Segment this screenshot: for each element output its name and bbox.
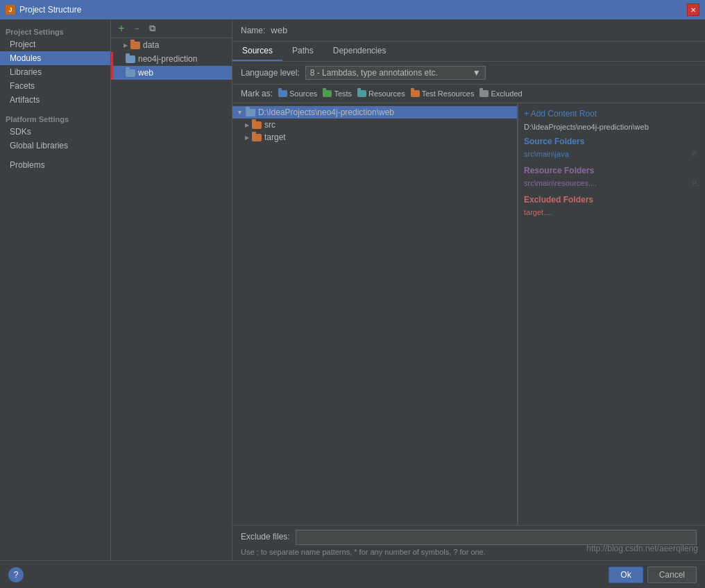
cancel-button[interactable]: Cancel xyxy=(647,567,697,583)
right-panel: Name: web Sources Paths Dependencies Lan… xyxy=(232,19,705,560)
name-label: Name: xyxy=(241,26,265,35)
mark-badge-excluded-label: Excluded xyxy=(491,89,522,98)
module-toolbar: + − ⧉ xyxy=(111,19,232,38)
content-root-path: D:\IdeaProjects\neo4j-prediction\web xyxy=(524,123,699,131)
mark-badge-excluded[interactable]: Excluded xyxy=(479,89,522,98)
tabs-bar: Sources Paths Dependencies xyxy=(232,42,705,62)
mark-badge-sources[interactable]: Sources xyxy=(278,89,317,98)
file-tree: ▼ D:\IdeaProjects\neo4j-prediction\web ▶… xyxy=(232,103,518,525)
root-path-label: D:\IdeaProjects\neo4j-prediction\web xyxy=(258,107,394,117)
watermark: http://blog.csdn.net/aeerqileng xyxy=(586,544,698,553)
language-level-select[interactable]: 8 - Lambdas, type annotations etc. ▼ xyxy=(305,66,486,80)
src-folder-icon xyxy=(252,121,262,129)
add-content-root-button[interactable]: + Add Content Root xyxy=(524,109,699,119)
expand-icon: ▶ xyxy=(124,42,128,49)
target-label: target xyxy=(264,132,286,142)
src-expand-icon: ▶ xyxy=(245,122,249,128)
exclude-files-section: Exclude files: Use ; to separate name pa… xyxy=(232,525,705,560)
dropdown-arrow-icon: ▼ xyxy=(473,68,481,78)
mark-as-bar: Mark as: Sources Tests Resources Test Re… xyxy=(232,85,705,103)
sidebar-item-modules[interactable]: Modules xyxy=(0,51,110,65)
sidebar-item-problems[interactable]: Problems xyxy=(0,158,110,172)
resource-folders-title: Resource Folders xyxy=(524,166,699,175)
source-folder-path: src\main\java xyxy=(524,150,569,158)
excluded-folder-row: target.... xyxy=(524,207,699,217)
action-buttons: Ok Cancel xyxy=(609,567,697,583)
root-collapse-icon: ▼ xyxy=(237,109,243,116)
language-level-label: Language level: xyxy=(241,68,300,78)
remove-module-button[interactable]: − xyxy=(130,22,143,35)
resource-folder-edit[interactable]: P.. xyxy=(692,180,699,187)
module-label-web: web xyxy=(138,68,153,78)
test-resources-folder-icon xyxy=(411,90,420,97)
module-item-neo4j[interactable]: neo4j-prediction xyxy=(111,52,232,66)
excluded-folder-path: target.... xyxy=(524,208,552,216)
sidebar: Project Settings Project Modules Librari… xyxy=(0,19,111,560)
source-folders-title: Source Folders xyxy=(524,137,699,146)
close-button[interactable]: ✕ xyxy=(687,3,699,16)
exclude-files-input[interactable] xyxy=(296,530,697,545)
target-expand-icon: ▶ xyxy=(245,135,249,141)
tree-item-root[interactable]: ▼ D:\IdeaProjects\neo4j-prediction\web xyxy=(232,106,517,119)
tree-item-target[interactable]: ▶ target xyxy=(232,131,517,144)
copy-module-button[interactable]: ⧉ xyxy=(146,22,158,35)
sources-folder-icon xyxy=(278,90,287,97)
tab-sources[interactable]: Sources xyxy=(232,42,282,61)
content-area: ▼ D:\IdeaProjects\neo4j-prediction\web ▶… xyxy=(232,103,705,525)
mark-badge-resources[interactable]: Resources xyxy=(357,89,405,98)
module-item-web[interactable]: web xyxy=(111,66,232,80)
language-level-value: 8 - Lambdas, type annotations etc. xyxy=(310,68,438,78)
target-folder-icon xyxy=(252,134,262,141)
add-module-button[interactable]: + xyxy=(115,22,128,35)
excluded-folders-title: Excluded Folders xyxy=(524,195,699,205)
resource-folder-path: src\main\resources.... xyxy=(524,179,597,187)
resources-folder-icon xyxy=(357,90,366,97)
language-level-bar: Language level: 8 - Lambdas, type annota… xyxy=(232,62,705,85)
module-item-data[interactable]: ▶ data xyxy=(111,38,232,52)
tree-item-src[interactable]: ▶ src xyxy=(232,119,517,131)
mark-badge-test-resources-label: Test Resources xyxy=(422,89,475,98)
mark-badge-sources-label: Sources xyxy=(289,89,317,98)
module-label-neo4j: neo4j-prediction xyxy=(138,54,197,64)
sidebar-item-facets[interactable]: Facets xyxy=(0,79,110,93)
sidebar-item-artifacts[interactable]: Artifacts xyxy=(0,93,110,107)
add-content-root-label: + Add Content Root xyxy=(524,109,597,119)
help-button[interactable]: ? xyxy=(8,567,24,582)
platform-settings-label: Platform Settings xyxy=(0,112,110,125)
name-bar: Name: web xyxy=(232,19,705,42)
info-panel: + Add Content Root D:\IdeaProjects\neo4j… xyxy=(518,103,705,525)
ok-button[interactable]: Ok xyxy=(609,567,643,583)
module-label-data: data xyxy=(143,40,159,50)
window-title: Project Structure xyxy=(19,5,81,15)
module-list: ▶ data neo4j-prediction web xyxy=(111,38,232,560)
root-folder-icon xyxy=(246,109,255,116)
mark-as-label: Mark as: xyxy=(241,89,273,98)
title-bar: J Project Structure ✕ xyxy=(0,0,705,19)
source-folder-edit[interactable]: P.. xyxy=(692,150,699,158)
src-label: src xyxy=(264,120,275,130)
folder-icon-data xyxy=(130,42,140,49)
mark-badge-tests[interactable]: Tests xyxy=(323,89,352,98)
exclude-files-label: Exclude files: xyxy=(241,532,290,542)
sidebar-item-sdks[interactable]: SDKs xyxy=(0,125,110,139)
sidebar-item-global-libraries[interactable]: Global Libraries xyxy=(0,139,110,153)
sidebar-item-libraries[interactable]: Libraries xyxy=(0,65,110,79)
source-folder-row: src\main\java P.. xyxy=(524,149,699,159)
tab-paths[interactable]: Paths xyxy=(282,42,323,61)
sidebar-item-project[interactable]: Project xyxy=(0,37,110,51)
resource-folder-row: src\main\resources.... P.. xyxy=(524,178,699,188)
project-settings-label: Project Settings xyxy=(0,25,110,37)
folder-icon-neo4j xyxy=(126,55,135,63)
tests-folder-icon xyxy=(323,90,332,97)
module-name-value: web xyxy=(271,25,287,35)
folder-icon-web xyxy=(126,69,135,77)
mark-badge-resources-label: Resources xyxy=(368,89,405,98)
bottom-bar: ? Ok Cancel xyxy=(0,560,705,588)
module-panel: + − ⧉ ▶ data neo4j-prediction web xyxy=(111,19,232,560)
mark-badge-tests-label: Tests xyxy=(334,89,352,98)
main-layout: Project Settings Project Modules Librari… xyxy=(0,19,705,560)
tab-dependencies[interactable]: Dependencies xyxy=(323,42,396,61)
help-section: ? xyxy=(8,567,24,582)
mark-badge-test-resources[interactable]: Test Resources xyxy=(411,89,475,98)
excluded-folder-icon xyxy=(479,90,489,97)
